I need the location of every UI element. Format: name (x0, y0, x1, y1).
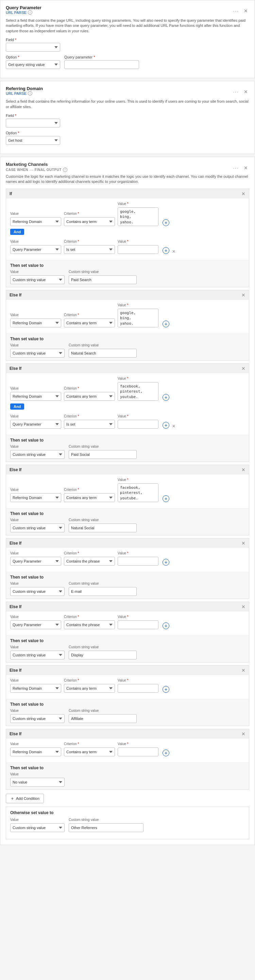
then-value-select-7[interactable]: No value (10, 778, 65, 787)
referring-domain-close-button[interactable]: ✕ (242, 89, 249, 95)
query-param-field-select[interactable] (6, 43, 60, 52)
then-custom-input-1[interactable] (69, 349, 137, 358)
condition-criterion-select-2-0[interactable]: Contains any term (64, 392, 115, 401)
condition-value-input-6-0[interactable] (118, 684, 158, 693)
condition-value-select-5-0[interactable]: Query Parameter (10, 620, 61, 629)
condition-criterion-select-3-0[interactable]: Contains any term (64, 493, 115, 502)
condition-add-button-6-0[interactable]: + (163, 686, 169, 693)
condition-add-button-7-0[interactable]: + (163, 749, 169, 756)
condition-value-select-3-0[interactable]: Referring Domain (10, 493, 61, 502)
condition-type-label-3: Else If (10, 468, 21, 472)
condition-value-input-7-0[interactable] (118, 748, 158, 756)
condition-add-button-0-0[interactable]: + (163, 219, 169, 226)
then-value-group-0: Value Custom string value (10, 270, 65, 284)
and-value2-input-2-0[interactable] (118, 420, 158, 429)
then-value-select-0[interactable]: Custom string value (10, 275, 65, 284)
then-row-7: Then set value to Value No value (6, 762, 249, 789)
and-value2-input-0-0[interactable] (118, 245, 158, 254)
condition-value-textarea-3-0[interactable]: facebook, pinterest, youtube. (118, 484, 158, 502)
referring-domain-field-row: Field * (6, 113, 249, 127)
then-value-select-4[interactable]: Custom string value (10, 587, 65, 596)
query-param-option-select[interactable]: Get query string value (6, 60, 60, 69)
then-value-select-3[interactable]: Custom string value (10, 523, 65, 532)
then-value-select-2[interactable]: Custom string value (10, 450, 65, 459)
condition-add-button-5-0[interactable]: + (163, 622, 169, 629)
otherwise-custom-input[interactable] (69, 823, 143, 832)
condition-row-4-0: Value Query Parameter Criterion * Contai… (10, 551, 245, 566)
condition-value-select-6-0[interactable]: Referring Domain (10, 684, 61, 693)
query-param-menu-button[interactable]: ··· (231, 8, 241, 14)
then-value-group-6: Value Custom string value (10, 709, 65, 723)
referring-domain-info-icon[interactable]: i (28, 91, 32, 95)
then-value-select-1[interactable]: Custom string value (10, 349, 65, 358)
then-label-5: Then set value to (10, 638, 245, 643)
then-custom-input-3[interactable] (69, 523, 137, 532)
referring-domain-field-select[interactable] (6, 119, 60, 127)
condition-close-button-4[interactable]: ✕ (241, 541, 245, 546)
query-param-close-button[interactable]: ✕ (242, 8, 249, 14)
marketing-channels-menu-button[interactable]: ··· (231, 165, 241, 171)
value2-col-label-4-0: Value * (118, 551, 158, 555)
condition-value-textarea-2-0[interactable]: facebook, pinterest, youtube. (118, 382, 158, 401)
and-add-button-2-0[interactable]: + (163, 422, 169, 429)
and-add-button-0-0[interactable]: + (163, 247, 169, 254)
and-button-2[interactable]: And (10, 404, 24, 410)
condition-value-select-0-0[interactable]: Referring Domain (10, 217, 61, 226)
condition-close-button-5[interactable]: ✕ (241, 604, 245, 609)
and-criterion-select-0-0[interactable]: Is set (64, 245, 115, 254)
condition-close-button-2[interactable]: ✕ (241, 366, 245, 371)
condition-criterion-select-5-0[interactable]: Contains the phrase (64, 620, 115, 629)
and-row-close-2-0[interactable]: ✕ (172, 424, 175, 429)
condition-value-select-4-0[interactable]: Query Parameter (10, 557, 61, 566)
and-row-close-0-0[interactable]: ✕ (172, 249, 175, 254)
add-condition-button[interactable]: ＋ Add Condition (6, 794, 44, 803)
then-value-select-5[interactable]: Custom string value (10, 651, 65, 659)
then-row-5: Then set value to Value Custom string va… (6, 635, 249, 662)
condition-criterion-select-7-0[interactable]: Contains any term (64, 748, 115, 756)
then-custom-input-5[interactable] (69, 651, 137, 659)
and-value-select-2-0[interactable]: Query Parameter (10, 420, 61, 429)
then-custom-input-6[interactable] (69, 714, 137, 723)
condition-criterion-select-6-0[interactable]: Contains any term (64, 684, 115, 693)
then-custom-input-2[interactable] (69, 450, 137, 459)
condition-close-button-6[interactable]: ✕ (241, 668, 245, 673)
then-custom-input-0[interactable] (69, 275, 137, 284)
and-criterion-col-label-0-0: Criterion * (64, 240, 115, 243)
then-custom-col-label-4: Custom string value (69, 582, 137, 585)
condition-criterion-select-0-0[interactable]: Contains any term (64, 217, 115, 226)
condition-value-select-2-0[interactable]: Referring Domain (10, 392, 61, 401)
condition-criterion-select-1-0[interactable]: Contains any term (64, 318, 115, 327)
marketing-channels-info-icon[interactable]: i (63, 168, 67, 172)
marketing-channels-close-button[interactable]: ✕ (242, 165, 249, 171)
then-value-col-label-2: Value (10, 445, 65, 449)
condition-close-button-1[interactable]: ✕ (241, 292, 245, 298)
condition-add-button-3-0[interactable]: + (163, 495, 169, 502)
value2-col-label-0-0: Value * (118, 202, 158, 206)
query-param-qp-input[interactable] (64, 60, 139, 69)
condition-close-button-3[interactable]: ✕ (241, 467, 245, 473)
condition-value-select-7-0[interactable]: Referring Domain (10, 748, 61, 756)
otherwise-value-select[interactable]: Custom string value (10, 823, 65, 832)
condition-value-select-1-0[interactable]: Referring Domain (10, 318, 61, 327)
condition-value-input-4-0[interactable] (118, 557, 158, 566)
condition-value-input-5-0[interactable] (118, 620, 158, 629)
condition-close-button-0[interactable]: ✕ (241, 191, 245, 196)
and-value-select-0-0[interactable]: Query Parameter (10, 245, 61, 254)
value-col-label-1-0: Value (10, 313, 61, 317)
referring-domain-option-select[interactable]: Get host (6, 136, 60, 145)
query-param-info-icon[interactable]: i (28, 10, 32, 14)
condition-criterion-select-4-0[interactable]: Contains the phrase (64, 557, 115, 566)
condition-value-textarea-0-0[interactable]: google, bing, yahoo. (118, 207, 158, 226)
and-button-0[interactable]: And (10, 229, 24, 235)
condition-criterion-group-2-0: Criterion * Contains any term (64, 387, 115, 401)
condition-body-0: Value Referring Domain Criterion * Conta… (6, 199, 249, 260)
condition-add-button-1-0[interactable]: + (163, 321, 169, 327)
then-value-select-6[interactable]: Custom string value (10, 714, 65, 723)
condition-close-button-7[interactable]: ✕ (241, 731, 245, 737)
condition-add-button-2-0[interactable]: + (163, 394, 169, 401)
condition-add-button-4-0[interactable]: + (163, 559, 169, 566)
then-custom-input-4[interactable] (69, 587, 137, 596)
and-criterion-select-2-0[interactable]: Is set (64, 420, 115, 429)
condition-value-textarea-1-0[interactable]: google, bing, yahoo. (118, 309, 158, 327)
referring-domain-menu-button[interactable]: ··· (231, 89, 241, 95)
